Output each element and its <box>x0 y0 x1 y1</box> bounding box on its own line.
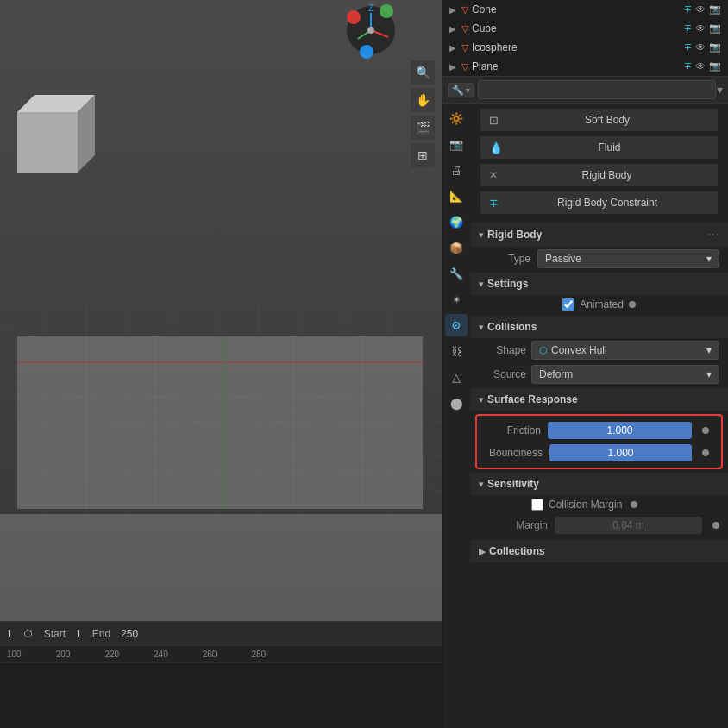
friction-input[interactable] <box>548 422 692 439</box>
shape-dropdown-arrow: ▾ <box>706 344 712 356</box>
scene-outliner: ▶ ▽ Cone ∓ 👁 📷 ▶ ▽ Cube ∓ 👁 📷 ▶ ▽ Icosph… <box>442 0 728 77</box>
search-dropdown-arrow: ▾ <box>717 83 723 97</box>
icosphere-label: Icosphere <box>472 41 518 53</box>
soft-body-btn[interactable]: ⊡ Soft Body <box>480 109 718 131</box>
outliner-item-cube[interactable]: ▶ ▽ Cube ∓ 👁 📷 <box>442 19 728 38</box>
object-icon[interactable]: 📦 <box>445 236 468 259</box>
physics-properties-content: ⊡ Soft Body 💧 Fluid ✕ Rigid Body <box>470 104 728 728</box>
bounciness-row: Bounciness <box>480 442 718 464</box>
type-row: Type Passive ▾ <box>470 247 728 271</box>
grid-icon[interactable]: ⊞ <box>411 143 435 167</box>
surface-response-expand-icon: ▾ <box>479 394 484 405</box>
soft-body-row: ⊡ Soft Body <box>470 107 728 135</box>
dropdown-arrow: ▾ <box>466 85 470 95</box>
collision-margin-row: Collision Margin <box>470 495 728 514</box>
camera-icon[interactable]: 🎬 <box>411 116 435 140</box>
margin-row: Margin <box>470 514 728 537</box>
source-dropdown-arrow: ▾ <box>706 368 712 380</box>
timeline-numbers: 100 200 220 240 260 280 <box>0 646 442 663</box>
icosphere-eye-icon[interactable]: 👁 <box>695 41 706 53</box>
shape-label: Shape <box>479 344 526 356</box>
rigid-body-section-header[interactable]: ▾ Rigid Body ⋯ <box>470 223 728 247</box>
expand-icon: ▶ <box>449 5 456 15</box>
physics-icon[interactable]: ⚙ <box>445 314 468 336</box>
margin-dot <box>712 522 719 529</box>
timeline-track[interactable] <box>0 663 442 728</box>
cube-icon: ▽ <box>461 23 468 35</box>
cone-camera-icon[interactable]: 📷 <box>709 3 721 16</box>
view-layer-icon[interactable]: 📐 <box>445 185 468 207</box>
settings-section-header[interactable]: ▾ Settings <box>470 273 728 295</box>
outliner-item-cone[interactable]: ▶ ▽ Cone ∓ 👁 📷 <box>442 0 728 19</box>
panel-icons-sidebar: 🔆 📷 🖨 📐 🌍 📦 🔧 ✴ ⚙ ⛓ △ ⬤ <box>442 104 470 728</box>
cube-label: Cube <box>472 22 497 35</box>
plane-eye-icon[interactable]: 👁 <box>695 60 706 72</box>
particles-icon[interactable]: ✴ <box>445 288 468 311</box>
collisions-section-header[interactable]: ▾ Collisions <box>470 316 728 338</box>
rigid-body-constraint-row: ∓ Rigid Body Constraint <box>470 190 728 217</box>
fluid-label: Fluid <box>510 141 709 154</box>
margin-input[interactable] <box>555 517 702 534</box>
friction-dot <box>702 427 709 434</box>
outliner-item-plane[interactable]: ▶ ▽ Plane ∓ 👁 📷 <box>442 57 728 76</box>
settings-expand-icon: ▾ <box>479 279 484 290</box>
icosphere-camera-icon[interactable]: 📷 <box>709 41 721 53</box>
source-dropdown[interactable]: Deform ▾ <box>531 365 719 384</box>
rigid-body-constraint-btn[interactable]: ∓ Rigid Body Constraint <box>480 191 718 214</box>
expand-icon: ▶ <box>449 62 456 72</box>
svg-point-37 <box>347 10 361 24</box>
collections-expand-icon: ▶ <box>479 546 486 557</box>
type-control: Passive ▾ <box>537 249 719 268</box>
plane-camera-icon[interactable]: 📷 <box>709 60 721 72</box>
sensitivity-section-header[interactable]: ▾ Sensitivity <box>470 473 728 495</box>
rigid-body-section-title: Rigid Body <box>487 229 542 241</box>
outliner-item-icosphere[interactable]: ▶ ▽ Icosphere ∓ 👁 📷 <box>442 38 728 57</box>
type-label: Type <box>479 253 530 265</box>
rigid-body-expand-icon: ▾ <box>479 229 484 241</box>
rigid-body-btn[interactable]: ✕ Rigid Body <box>480 164 718 186</box>
properties-selector-icon: 🔧 <box>452 85 464 96</box>
bounciness-input[interactable] <box>549 444 692 461</box>
scene-icon[interactable]: 🔆 <box>445 107 468 129</box>
start-value: 1 <box>76 628 82 640</box>
timeline: 1 ⏱ Start 1 End 250 100 200 220 240 260 … <box>0 621 442 728</box>
type-dropdown[interactable]: Passive ▾ <box>537 249 719 268</box>
icosphere-visibility: ∓ 👁 📷 <box>684 41 721 53</box>
output-icon[interactable]: 🖨 <box>445 159 468 181</box>
rigid-body-options-icon[interactable]: ⋯ <box>707 228 719 242</box>
fluid-btn[interactable]: 💧 Fluid <box>480 136 718 159</box>
zoom-icon[interactable]: 🔍 <box>411 60 435 85</box>
material-icon[interactable]: ⬤ <box>445 392 468 414</box>
cone-eye-icon[interactable]: 👁 <box>695 3 706 16</box>
settings-section-title: Settings <box>487 278 528 290</box>
constraints-icon[interactable]: ⛓ <box>445 340 468 362</box>
viewport[interactable]: Z 🔍 ✋ 🎬 ⊞ 1 ⏱ Start 1 <box>0 0 442 728</box>
collision-margin-checkbox[interactable] <box>531 499 543 511</box>
type-dropdown-arrow: ▾ <box>706 253 712 265</box>
world-icon[interactable]: 🌍 <box>445 210 468 233</box>
viewport-toolbar: 🔍 ✋ 🎬 ⊞ <box>411 60 435 167</box>
source-value: Deform <box>539 368 573 380</box>
properties-search-input[interactable] <box>478 80 716 99</box>
animated-checkbox[interactable] <box>562 298 574 311</box>
cone-icon: ▽ <box>461 4 468 16</box>
cube-eye-icon[interactable]: 👁 <box>695 22 706 35</box>
friction-label: Friction <box>489 424 541 436</box>
surface-response-header[interactable]: ▾ Surface Response <box>470 388 728 411</box>
collections-section-header[interactable]: ▶ Collections <box>470 540 728 562</box>
shape-dropdown[interactable]: ⬡ Convex Hull ▾ <box>531 341 719 360</box>
soft-body-icon: ⊡ <box>489 114 499 127</box>
rigid-body-label: Rigid Body <box>505 169 709 181</box>
collections-section-title: Collections <box>489 545 545 557</box>
data-icon[interactable]: △ <box>445 366 468 388</box>
render-icon[interactable]: 📷 <box>445 133 468 155</box>
rigid-body-constraint-label: Rigid Body Constraint <box>505 197 709 209</box>
soft-body-label: Soft Body <box>505 114 709 126</box>
rigid-body-x-icon: ✕ <box>489 169 498 181</box>
rigid-body-row: ✕ Rigid Body <box>470 162 728 190</box>
modifier-icon[interactable]: 🔧 <box>445 262 468 285</box>
plane-constraint-icon: ∓ <box>684 60 692 72</box>
cube-camera-icon[interactable]: 📷 <box>709 22 721 35</box>
collision-margin-label: Collision Margin <box>549 499 622 511</box>
hand-icon[interactable]: ✋ <box>411 88 435 112</box>
